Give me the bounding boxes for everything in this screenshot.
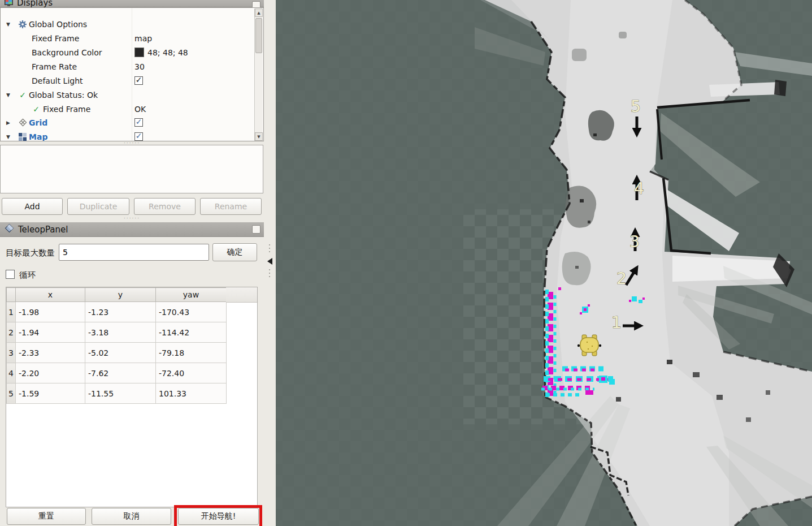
default-light-checkbox[interactable]: ✓ xyxy=(134,76,143,85)
tree-label: Default Light xyxy=(32,76,83,85)
tree-row-map[interactable]: ▼ Map ✓ xyxy=(1,130,254,141)
teleop-float-button[interactable] xyxy=(252,225,260,234)
row-number-cell[interactable]: 2 xyxy=(7,322,16,343)
duplicate-button[interactable]: Duplicate xyxy=(67,198,129,215)
waypoint-cell[interactable]: -11.55 xyxy=(85,383,156,404)
row-number-cell[interactable]: 5 xyxy=(7,383,16,404)
tree-row-grid[interactable]: ▶ Grid ✓ xyxy=(1,115,254,130)
confirm-button[interactable]: 确定 xyxy=(212,243,257,261)
tree-row-global-options[interactable]: ▼ Global Options xyxy=(1,17,254,31)
tree-row-status-fixed-frame[interactable]: ✓ Fixed Frame OK xyxy=(1,102,254,116)
max-goal-count-input[interactable] xyxy=(59,244,209,261)
waypoint-cell[interactable]: -3.18 xyxy=(85,322,156,343)
row-number-cell[interactable]: 3 xyxy=(7,343,16,363)
grid-icon xyxy=(18,118,27,127)
waypoint-row[interactable]: 1-1.98-1.23-170.43 xyxy=(7,302,227,322)
tree-row-frame-rate[interactable]: Frame Rate 30 xyxy=(1,59,254,74)
status-value: OK xyxy=(134,105,146,114)
header-filler xyxy=(226,287,258,303)
collapse-triangle-icon[interactable]: ▼ xyxy=(6,92,13,98)
waypoint-cell[interactable]: -5.02 xyxy=(85,343,156,363)
fixed-frame-value[interactable]: map xyxy=(134,34,152,43)
column-header-y[interactable]: y xyxy=(85,288,156,302)
goal-number-label: 1 xyxy=(611,313,622,332)
tree-row-global-status[interactable]: ▼ ✓ Global Status: Ok xyxy=(1,88,254,102)
waypoint-cell[interactable]: -1.98 xyxy=(16,302,85,322)
reset-button[interactable]: 重置 xyxy=(7,508,86,525)
displays-panel-title: Displays xyxy=(17,0,53,8)
goal-number-label: 3 xyxy=(629,232,640,251)
remove-button[interactable]: Remove xyxy=(134,198,196,215)
scroll-down-button[interactable]: ▼ xyxy=(255,132,263,141)
color-swatch xyxy=(134,48,144,57)
collapse-triangle-icon[interactable]: ▼ xyxy=(6,134,13,140)
gear-icon xyxy=(18,20,27,29)
tree-row-background-color[interactable]: Background Color 48; 48; 48 xyxy=(1,45,254,59)
tree-label: Fixed Frame xyxy=(32,34,79,43)
waypoint-cell[interactable]: -1.94 xyxy=(16,322,85,343)
tree-row-fixed-frame[interactable]: Fixed Frame map xyxy=(1,31,254,45)
collapse-triangle-icon[interactable]: ▼ xyxy=(6,21,13,27)
waypoint-cell[interactable]: -2.20 xyxy=(16,363,85,383)
waypoint-cell[interactable]: -2.33 xyxy=(16,343,85,363)
row-number-cell[interactable]: 1 xyxy=(7,302,16,322)
waypoint-cell[interactable]: -114.42 xyxy=(156,322,227,343)
waypoint-cell[interactable]: -1.59 xyxy=(16,383,85,404)
waypoint-cell[interactable]: -7.62 xyxy=(85,363,156,383)
tree-label: Global Status: Ok xyxy=(29,90,98,100)
waypoint-table-container: x y yaw 1-1.98-1.23-170.432-1.94-3.18-11… xyxy=(6,287,258,507)
tree-label: Frame Rate xyxy=(32,62,77,71)
add-button[interactable]: Add xyxy=(2,198,63,215)
scroll-up-button[interactable]: ▲ xyxy=(255,8,263,17)
goal-number-label: 2 xyxy=(616,269,627,288)
waypoint-row[interactable]: 3-2.33-5.02-79.18 xyxy=(7,343,227,363)
corner-header xyxy=(7,288,16,302)
frame-rate-value[interactable]: 30 xyxy=(134,62,145,71)
teleop-panel-titlebar: TeleopPanel xyxy=(0,222,264,237)
max-goal-count-label: 目标最大数量 xyxy=(6,248,55,258)
display-description-box xyxy=(0,145,263,193)
tree-scrollbar[interactable]: ▲ ▼ xyxy=(254,8,263,141)
tree-label: Background Color xyxy=(32,48,102,57)
waypoint-cell[interactable]: 101.33 xyxy=(156,383,227,404)
map-enabled-checkbox[interactable]: ✓ xyxy=(134,132,143,141)
waypoint-cell[interactable]: -170.43 xyxy=(156,302,227,322)
column-header-x[interactable]: x xyxy=(16,288,85,302)
waypoint-cell[interactable]: -79.18 xyxy=(156,343,227,363)
horizontal-splitter[interactable]: ······ xyxy=(0,217,264,220)
waypoint-table[interactable]: x y yaw 1-1.98-1.23-170.432-1.94-3.18-11… xyxy=(6,287,227,404)
rviz-3d-view[interactable]: 12345 xyxy=(276,0,812,526)
waypoint-row[interactable]: 5-1.59-11.55101.33 xyxy=(7,383,227,404)
waypoint-cell[interactable]: -72.40 xyxy=(156,363,227,383)
column-header-yaw[interactable]: yaw xyxy=(156,288,227,302)
expand-triangle-icon[interactable]: ▶ xyxy=(6,120,13,126)
waypoint-row[interactable]: 2-1.94-3.18-114.42 xyxy=(7,322,227,343)
teleop-panel-icon xyxy=(5,223,14,235)
waypoint-row[interactable]: 4-2.20-7.62-72.40 xyxy=(7,363,227,383)
cancel-button[interactable]: 取消 xyxy=(92,508,171,525)
loop-label: 循环 xyxy=(19,270,36,281)
start-navigation-button[interactable]: 开始导航! xyxy=(178,508,259,525)
tree-label: Grid xyxy=(29,118,47,127)
panel-splitter[interactable] xyxy=(264,0,276,526)
tree-label: Global Options xyxy=(29,20,87,29)
waypoint-cell[interactable]: -1.23 xyxy=(85,302,156,322)
goal-number-label: 4 xyxy=(634,179,644,198)
background-color-value[interactable]: 48; 48; 48 xyxy=(134,48,188,57)
map-icon xyxy=(18,132,27,141)
displays-panel-titlebar: Displays xyxy=(0,0,264,7)
left-panel: Displays ▼ Global Options Fixed Frame ma… xyxy=(0,0,276,526)
teleop-panel-title: TeleopPanel xyxy=(18,225,68,235)
rename-button[interactable]: Rename xyxy=(200,198,262,215)
scrollbar-thumb[interactable] xyxy=(255,18,262,53)
displays-tree: ▼ Global Options Fixed Frame map Backgro… xyxy=(0,7,264,141)
row-number-cell[interactable]: 4 xyxy=(7,363,16,383)
splitter-collapse-arrow-icon[interactable] xyxy=(267,258,272,265)
grid-enabled-checkbox[interactable]: ✓ xyxy=(134,118,143,127)
goal-number-label: 5 xyxy=(631,97,641,116)
tree-label: Fixed Frame xyxy=(43,105,90,114)
waypoint-table-header-row: x y yaw xyxy=(7,288,227,302)
status-ok-check-icon: ✓ xyxy=(18,90,27,100)
tree-row-default-light[interactable]: Default Light ✓ xyxy=(1,74,254,88)
loop-checkbox[interactable] xyxy=(6,270,15,279)
